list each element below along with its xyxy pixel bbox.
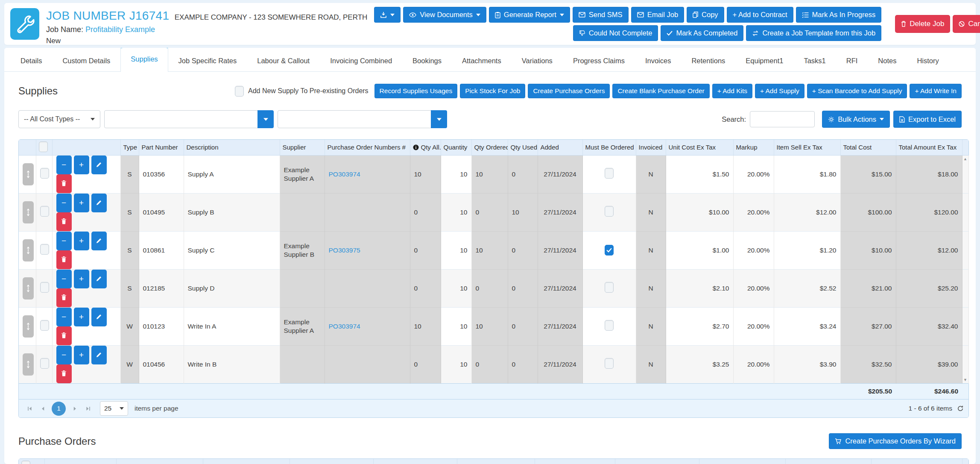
decrease-quantity-button[interactable]: − xyxy=(56,270,72,288)
edit-button[interactable] xyxy=(91,232,107,250)
increase-quantity-button[interactable]: + xyxy=(74,156,89,174)
must-be-ordered-checkbox[interactable] xyxy=(605,206,614,217)
refresh-icon[interactable] xyxy=(957,405,963,411)
must-be-ordered-checkbox[interactable] xyxy=(605,245,614,255)
edit-button[interactable] xyxy=(91,156,107,174)
tab-details[interactable]: Details xyxy=(10,50,52,72)
must-be-ordered-checkbox[interactable] xyxy=(605,320,614,331)
col-total-cost[interactable]: Total Cost xyxy=(840,140,896,155)
col-date-sent[interactable]: Date Sent xyxy=(457,459,535,464)
tab-retentions[interactable]: Retentions xyxy=(681,50,735,72)
create-a-job-template-from-this-job-button[interactable]: Create a Job Template from this Job xyxy=(746,25,881,41)
tab-invoicing-combined[interactable]: Invoicing Combined xyxy=(320,50,402,72)
col-total-ex-tax[interactable]: Total Ex Tax xyxy=(871,459,962,464)
tab-custom-details[interactable]: Custom Details xyxy=(52,50,120,72)
pre-existing-orders-checkbox[interactable] xyxy=(235,86,244,97)
col-qty-used[interactable]: Qty Used xyxy=(508,140,538,155)
decrease-quantity-button[interactable]: − xyxy=(56,232,72,250)
tab-tasks1[interactable]: Tasks1 xyxy=(793,50,836,72)
select-all-checkbox[interactable] xyxy=(39,141,48,152)
col-markup[interactable]: Markup xyxy=(733,140,774,155)
pager-current-page[interactable]: 1 xyxy=(52,402,66,416)
delete-button[interactable] xyxy=(56,174,72,193)
decrease-quantity-button[interactable]: − xyxy=(56,194,72,212)
caret-down-icon[interactable] xyxy=(257,110,274,128)
delete-button[interactable] xyxy=(56,212,72,231)
export-menu-button[interactable] xyxy=(374,7,401,23)
decrease-quantity-button[interactable]: − xyxy=(56,156,72,174)
edit-button[interactable] xyxy=(91,308,107,326)
scan-barcode-to-add-supply-button[interactable]: + Scan Barcode to Add Supply xyxy=(807,84,907,98)
edit-button[interactable] xyxy=(91,270,107,288)
drag-handle[interactable] xyxy=(23,315,34,338)
purchase-order-link[interactable]: PO303974 xyxy=(329,170,360,178)
increase-quantity-button[interactable]: + xyxy=(74,232,89,250)
bulk-actions-button[interactable]: Bulk Actions xyxy=(822,111,890,128)
col-unit-cost-ex-tax[interactable]: Unit Cost Ex Tax xyxy=(666,140,733,155)
col-item-sell-ex-tax[interactable]: Item Sell Ex Tax xyxy=(774,140,840,155)
tab-notes[interactable]: Notes xyxy=(868,50,907,72)
col-purchase-order-numbers[interactable]: Purchase Order Numbers # xyxy=(325,140,410,155)
add-supply-button[interactable]: + Add Supply xyxy=(755,84,804,98)
drag-handle[interactable] xyxy=(23,277,34,300)
row-select-checkbox[interactable] xyxy=(40,282,49,293)
vertical-scrollbar[interactable] xyxy=(962,307,968,345)
tab-supplies[interactable]: Supplies xyxy=(120,48,168,72)
col-invoiced[interactable]: Invoiced xyxy=(636,140,666,155)
caret-down-icon[interactable] xyxy=(431,110,447,128)
tab-history[interactable]: History xyxy=(907,50,949,72)
copy-button[interactable]: Copy xyxy=(687,7,724,23)
record-supplies-usages-button[interactable]: Record Supplies Usages xyxy=(374,84,458,98)
could-not-complete-button[interactable]: Could Not Complete xyxy=(573,25,658,41)
page-size-select[interactable]: 25 xyxy=(100,401,128,416)
vertical-scrollbar[interactable] xyxy=(962,193,968,231)
pager-last-button[interactable] xyxy=(82,403,94,414)
col-reference[interactable]: Reference xyxy=(290,459,373,464)
export-to-excel-button[interactable]: Export to Excel xyxy=(893,111,962,128)
col-date-required[interactable]: Date Required xyxy=(535,459,615,464)
add-write-in-button[interactable]: + Add Write In xyxy=(910,84,962,98)
purchase-order-filter-combobox[interactable] xyxy=(278,110,447,128)
delete-button[interactable] xyxy=(56,364,72,383)
pager-first-button[interactable] xyxy=(24,403,35,414)
add-to-contract-button[interactable]: + Add to Contract xyxy=(727,7,793,23)
vertical-scrollbar[interactable] xyxy=(962,231,968,269)
drag-handle[interactable] xyxy=(23,201,34,223)
col-created[interactable]: Created xyxy=(373,459,457,464)
vertical-scrollbar[interactable] xyxy=(962,269,968,307)
email-job-button[interactable]: Email Job xyxy=(631,7,684,23)
scroll-up-arrow-icon[interactable]: ▲ xyxy=(962,157,968,161)
col-status[interactable]: Status xyxy=(785,459,871,464)
drag-handle[interactable] xyxy=(23,353,34,376)
col-quantity[interactable]: Quantity xyxy=(441,140,471,155)
delete-button[interactable] xyxy=(56,250,72,269)
drag-handle[interactable] xyxy=(23,163,34,185)
job-name-link[interactable]: Profitability Example xyxy=(85,25,155,34)
col-added[interactable]: Added xyxy=(538,140,582,155)
col-qty-all[interactable]: Qty All... xyxy=(410,140,441,155)
col-qty-ordered[interactable]: Qty Ordered xyxy=(471,140,508,155)
vertical-scrollbar[interactable]: ▼ xyxy=(962,345,968,383)
delete-job-button[interactable]: Delete Job xyxy=(895,15,950,33)
must-be-ordered-checkbox[interactable] xyxy=(605,358,614,369)
create-blank-purchase-order-button[interactable]: Create Blank Purchase Order xyxy=(612,84,709,98)
increase-quantity-button[interactable]: + xyxy=(74,270,89,288)
tab-invoices[interactable]: Invoices xyxy=(635,50,682,72)
pick-stock-for-job-button[interactable]: Pick Stock For Job xyxy=(460,84,525,98)
scroll-down-arrow-icon[interactable]: ▼ xyxy=(962,378,968,382)
row-select-checkbox[interactable] xyxy=(40,206,49,217)
delete-button[interactable] xyxy=(56,288,72,307)
edit-button[interactable] xyxy=(91,194,107,212)
view-documents-button[interactable]: View Documents xyxy=(403,7,486,23)
decrease-quantity-button[interactable]: − xyxy=(56,308,72,326)
vertical-scrollbar[interactable]: ▲ xyxy=(962,155,968,193)
tab-bookings[interactable]: Bookings xyxy=(402,50,452,72)
tab-job-specific-rates[interactable]: Job Specific Rates xyxy=(168,50,247,72)
row-select-checkbox[interactable] xyxy=(40,168,49,179)
purchase-order-link[interactable]: PO303974 xyxy=(329,323,360,330)
pager-previous-button[interactable] xyxy=(37,403,48,414)
search-input[interactable] xyxy=(750,111,815,127)
col-job[interactable]: Job xyxy=(203,459,290,464)
col-type[interactable]: Type xyxy=(120,140,139,155)
col-supplier[interactable]: Supplier xyxy=(615,459,699,464)
